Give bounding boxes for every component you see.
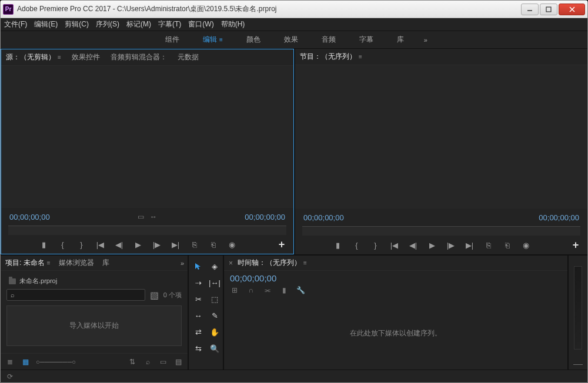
play-icon[interactable]: ▶	[133, 240, 143, 249]
tab-libraries[interactable]: 库	[102, 258, 109, 268]
source-tc-right[interactable]: 00;00;00;00	[245, 213, 285, 221]
panel-menu-icon[interactable]: ≡	[359, 53, 362, 60]
marker-icon[interactable]: ▮	[39, 240, 49, 249]
marker-tool-icon[interactable]: ▮	[279, 285, 289, 295]
menu-help[interactable]: 帮助(H)	[221, 19, 245, 29]
ws-overflow-button[interactable]: »	[424, 36, 426, 43]
tab-metadata[interactable]: 元数据	[178, 52, 199, 62]
menu-edit[interactable]: 编辑(E)	[34, 19, 58, 29]
marker-icon[interactable]: ▮	[333, 240, 343, 250]
ws-library[interactable]: 库	[393, 32, 407, 47]
source-ruler[interactable]	[8, 226, 286, 235]
pen-tool-icon[interactable]: ✎	[209, 310, 220, 321]
sync-icon[interactable]: ⟳	[5, 372, 15, 381]
rate-stretch-tool-icon[interactable]: ✂	[192, 293, 204, 305]
panel-menu-icon[interactable]: ≡	[303, 260, 307, 266]
step-fwd-icon[interactable]: |▶	[152, 240, 162, 249]
menu-marker[interactable]: 标记(M)	[126, 19, 151, 29]
zoom-tool-icon[interactable]: 🔍	[209, 342, 220, 354]
type-tool-icon[interactable]: ⇆	[192, 342, 204, 354]
new-item-icon[interactable]: ▤	[173, 357, 183, 367]
maximize-button[interactable]	[540, 4, 557, 15]
menu-sequence[interactable]: 序列(S)	[96, 19, 119, 29]
ws-assembly[interactable]: 组件	[162, 32, 183, 47]
export-frame-icon[interactable]: ◉	[228, 240, 237, 249]
select-zoom-icon[interactable]: ▭	[138, 213, 144, 221]
source-fit-controls[interactable]: ▭↔	[138, 213, 157, 221]
settings-wrench-icon[interactable]: 🔧	[296, 285, 305, 295]
button-editor-icon[interactable]: +	[277, 240, 286, 249]
tab-program[interactable]: 节目：（无序列）≡	[300, 52, 362, 62]
slide-tool-icon[interactable]: ⇄	[192, 326, 204, 338]
icon-view-icon[interactable]: ▦	[21, 357, 30, 367]
menu-clip[interactable]: 剪辑(C)	[65, 19, 89, 29]
play-icon[interactable]: ▶	[427, 240, 437, 250]
source-viewer[interactable]	[1, 66, 293, 208]
program-ruler[interactable]	[302, 226, 580, 236]
export-frame-icon[interactable]: ◉	[522, 240, 531, 250]
find-icon[interactable]: ⌕	[143, 357, 152, 367]
ws-color[interactable]: 颜色	[243, 32, 264, 47]
hand-tool-icon[interactable]: ✋	[209, 326, 220, 338]
ws-menu-icon[interactable]: ≡	[219, 36, 223, 43]
button-editor-icon[interactable]: +	[571, 240, 580, 250]
menu-subtitle[interactable]: 字幕(T)	[158, 19, 181, 29]
out-point-icon[interactable]: }	[77, 240, 86, 249]
ws-editing[interactable]: 编辑≡	[199, 32, 226, 47]
extract-icon[interactable]: ⎗	[503, 240, 512, 250]
tab-media-browser[interactable]: 媒体浏览器	[59, 258, 94, 268]
razor-tool-icon[interactable]: ⬚	[209, 293, 220, 305]
fit-icon[interactable]: ↔	[150, 213, 157, 221]
slip-tool-icon[interactable]: ↔	[192, 310, 204, 321]
in-point-icon[interactable]: {	[352, 240, 362, 250]
sort-icon[interactable]: ⇅	[128, 357, 137, 367]
project-drop-area[interactable]: 导入媒体以开始	[6, 305, 182, 346]
timeline-timecode[interactable]: 00;00;00;00	[230, 273, 562, 283]
out-point-icon[interactable]: }	[371, 240, 380, 250]
ws-subtitle[interactable]: 字幕	[356, 32, 377, 47]
overwrite-icon[interactable]: ⎗	[209, 240, 218, 249]
go-to-out-icon[interactable]: ▶|	[171, 240, 181, 249]
in-point-icon[interactable]: {	[58, 240, 68, 249]
tab-project[interactable]: 项目: 未命名≡	[5, 258, 51, 268]
selection-tool-icon[interactable]	[192, 260, 204, 272]
go-to-in-icon[interactable]: |◀	[390, 240, 399, 250]
program-viewer[interactable]	[295, 65, 587, 209]
panel-menu-icon[interactable]: ≡	[47, 260, 51, 266]
tab-effect-controls[interactable]: 效果控件	[72, 52, 100, 62]
meter-handle-icon[interactable]: —	[573, 359, 583, 369]
step-back-icon[interactable]: ◀|	[115, 240, 124, 249]
go-to-in-icon[interactable]: |◀	[96, 240, 105, 249]
linked-selection-icon[interactable]: ⫘	[263, 285, 272, 295]
zoom-slider[interactable]: ○───────○	[36, 358, 76, 365]
lift-icon[interactable]: ⎘	[484, 240, 493, 250]
tab-audio-mixer[interactable]: 音频剪辑混合器：	[111, 52, 167, 62]
menu-window[interactable]: 窗口(W)	[188, 19, 213, 29]
step-fwd-icon[interactable]: |▶	[446, 240, 456, 250]
filter-bin-icon[interactable]: ▧	[150, 290, 159, 301]
nest-icon[interactable]: ⊞	[230, 285, 239, 295]
step-back-icon[interactable]: ◀|	[409, 240, 418, 250]
insert-icon[interactable]: ⎘	[190, 240, 199, 249]
list-view-icon[interactable]: ≣	[5, 357, 15, 367]
menu-file[interactable]: 文件(F)	[4, 19, 27, 29]
track-select-tool-icon[interactable]: ◈	[209, 260, 220, 272]
project-search-input[interactable]	[6, 289, 145, 301]
panel-menu-icon[interactable]: ≡	[58, 54, 61, 61]
snap-icon[interactable]: ∩	[246, 285, 256, 295]
new-bin-icon[interactable]: ▭	[158, 357, 168, 367]
program-tc-right[interactable]: 00;00;00;00	[539, 213, 579, 222]
go-to-out-icon[interactable]: ▶|	[465, 240, 475, 250]
tabs-overflow-icon[interactable]: »	[181, 260, 183, 267]
timeline-drop-area[interactable]: 在此处放下媒体以创建序列。	[224, 297, 567, 369]
ws-effects[interactable]: 效果	[280, 32, 302, 47]
ws-audio[interactable]: 音频	[318, 32, 339, 47]
close-button[interactable]	[559, 4, 585, 15]
source-tc-left[interactable]: 00;00;00;00	[9, 213, 50, 221]
program-tc-left[interactable]: 00;00;00;00	[303, 213, 344, 222]
audio-meter[interactable]	[574, 266, 582, 350]
tab-timeline[interactable]: 时间轴：（无序列）≡	[238, 258, 307, 268]
tab-source[interactable]: 源：（无剪辑）≡	[6, 52, 61, 62]
rolling-edit-tool-icon[interactable]: |↔|	[209, 277, 220, 288]
ripple-edit-tool-icon[interactable]: ⇢	[192, 277, 204, 288]
